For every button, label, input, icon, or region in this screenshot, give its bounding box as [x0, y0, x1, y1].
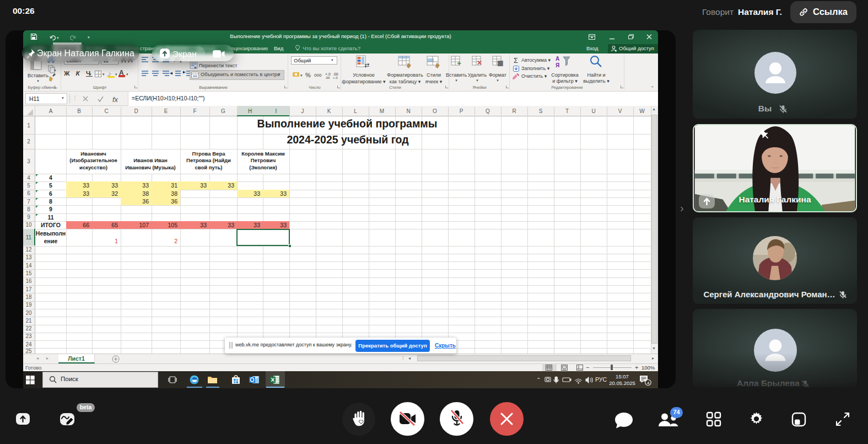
svg-text:▾: ▾ [54, 68, 56, 72]
svg-text:▾: ▾ [300, 73, 303, 77]
svg-text:⇄: ⇄ [364, 62, 369, 68]
svg-text:.00: .00 [325, 76, 330, 79]
svg-text:▾: ▾ [103, 72, 105, 76]
svg-text:Я: Я [556, 62, 559, 68]
svg-text:▦: ▦ [497, 59, 503, 67]
svg-text:✕: ✕ [477, 59, 482, 67]
svg-text:4: 4 [647, 381, 650, 386]
svg-text:fx: fx [112, 95, 118, 104]
svg-text:＋: ＋ [456, 59, 462, 67]
svg-text:%: % [305, 72, 311, 78]
svg-text:▾: ▾ [115, 72, 117, 76]
svg-text:+.0: +.0 [325, 72, 331, 76]
svg-text:000: 000 [314, 73, 322, 78]
svg-text:А: А [556, 56, 559, 62]
